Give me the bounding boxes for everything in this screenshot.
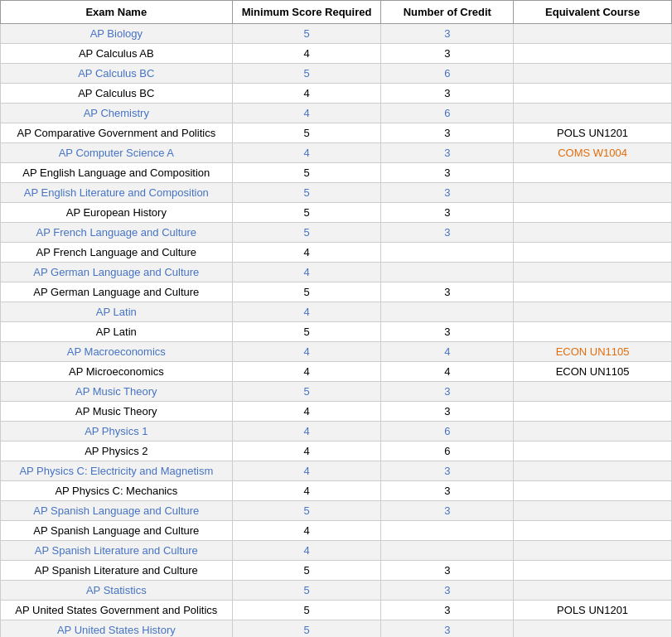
num-credit: 3	[381, 501, 514, 521]
num-credit: 3	[381, 24, 514, 44]
min-score: 4	[232, 541, 381, 561]
exam-name: AP Macroeconomics	[1, 342, 233, 362]
exam-name: AP Calculus BC	[1, 64, 233, 84]
table-row: AP Spanish Literature and Culture4	[1, 541, 672, 561]
num-credit: 3	[381, 223, 514, 243]
table-row: AP German Language and Culture4	[1, 263, 672, 282]
min-score: 5	[232, 322, 381, 342]
exam-name: AP Spanish Literature and Culture	[1, 541, 233, 561]
table-row: AP Calculus BC43	[1, 84, 672, 104]
num-credit: 3	[381, 581, 514, 601]
exam-name: AP Latin	[1, 302, 233, 322]
num-credit: 3	[381, 620, 514, 638]
min-score: 5	[232, 163, 381, 183]
min-score: 5	[232, 64, 381, 84]
num-credit: 3	[381, 44, 514, 64]
num-credit: 6	[381, 104, 514, 123]
equiv-course	[514, 620, 672, 638]
table-row: AP Physics C: Mechanics43	[1, 481, 672, 501]
num-credit: 3	[381, 461, 514, 481]
table-row: AP Physics 246	[1, 442, 672, 461]
min-score: 4	[232, 442, 381, 461]
exam-name: AP United States Government and Politics	[1, 601, 233, 620]
table-row: AP French Language and Culture4	[1, 243, 672, 263]
equiv-course: ECON UN1105	[514, 362, 672, 382]
equiv-course	[514, 203, 672, 223]
min-score: 4	[232, 342, 381, 362]
exam-name: AP Spanish Language and Culture	[1, 501, 233, 521]
table-row: AP Calculus BC56	[1, 64, 672, 84]
exam-name: AP Physics 2	[1, 442, 233, 461]
num-credit: 3	[381, 163, 514, 183]
exam-name: AP Comparative Government and Politics	[1, 123, 233, 143]
min-score: 5	[232, 183, 381, 203]
table-row: AP French Language and Culture53	[1, 223, 672, 243]
equiv-course	[514, 44, 672, 64]
num-credit	[381, 521, 514, 541]
table-row: AP Chemistry46	[1, 104, 672, 123]
equiv-course	[514, 422, 672, 442]
num-credit: 3	[381, 123, 514, 143]
equiv-course	[514, 501, 672, 521]
equiv-course: POLS UN1201	[514, 123, 672, 143]
ap-credit-table: Exam NameMinimum Score RequiredNumber of…	[0, 0, 672, 637]
equiv-course	[514, 481, 672, 501]
exam-name: AP Calculus BC	[1, 84, 233, 104]
table-row: AP Latin4	[1, 302, 672, 322]
num-credit: 3	[381, 203, 514, 223]
exam-name: AP English Language and Composition	[1, 163, 233, 183]
min-score: 5	[232, 123, 381, 143]
exam-name: AP Computer Science A	[1, 143, 233, 163]
num-credit: 3	[381, 143, 514, 163]
exam-name: AP German Language and Culture	[1, 263, 233, 282]
equiv-course	[514, 461, 672, 481]
min-score: 5	[232, 601, 381, 620]
min-score: 4	[232, 422, 381, 442]
equiv-course	[514, 243, 672, 263]
table-row: AP Microeconomics44ECON UN1105	[1, 362, 672, 382]
equiv-course	[514, 402, 672, 422]
min-score: 4	[232, 521, 381, 541]
table-row: AP Computer Science A43COMS W1004	[1, 143, 672, 163]
equiv-course	[514, 24, 672, 44]
exam-name: AP Spanish Literature and Culture	[1, 561, 233, 581]
exam-name: AP German Language and Culture	[1, 282, 233, 302]
equiv-course: POLS UN1201	[514, 601, 672, 620]
min-score: 5	[232, 282, 381, 302]
exam-name: AP French Language and Culture	[1, 243, 233, 263]
table-row: AP Spanish Literature and Culture53	[1, 561, 672, 581]
table-row: AP Calculus AB43	[1, 44, 672, 64]
min-score: 5	[232, 203, 381, 223]
equiv-course	[514, 64, 672, 84]
table-row: AP United States History53	[1, 620, 672, 638]
table-row: AP European History53	[1, 203, 672, 223]
table-row: AP Statistics53	[1, 581, 672, 601]
table-row: AP English Literature and Composition53	[1, 183, 672, 203]
column-header-2: Number of Credit	[381, 1, 514, 24]
column-header-1: Minimum Score Required	[232, 1, 381, 24]
equiv-course	[514, 561, 672, 581]
min-score: 4	[232, 44, 381, 64]
min-score: 5	[232, 382, 381, 402]
num-credit: 4	[381, 342, 514, 362]
min-score: 4	[232, 243, 381, 263]
equiv-course	[514, 223, 672, 243]
num-credit: 3	[381, 322, 514, 342]
num-credit: 3	[381, 282, 514, 302]
exam-name: AP English Literature and Composition	[1, 183, 233, 203]
num-credit	[381, 302, 514, 322]
equiv-course	[514, 442, 672, 461]
min-score: 4	[232, 362, 381, 382]
exam-name: AP Music Theory	[1, 402, 233, 422]
min-score: 4	[232, 402, 381, 422]
table-row: AP Biology53	[1, 24, 672, 44]
table-row: AP Physics C: Electricity and Magnetism4…	[1, 461, 672, 481]
min-score: 4	[232, 481, 381, 501]
min-score: 4	[232, 143, 381, 163]
table-row: AP Music Theory53	[1, 382, 672, 402]
num-credit	[381, 541, 514, 561]
min-score: 4	[232, 461, 381, 481]
exam-name: AP Physics C: Electricity and Magnetism	[1, 461, 233, 481]
num-credit: 3	[381, 561, 514, 581]
table-row: AP Spanish Language and Culture4	[1, 521, 672, 541]
